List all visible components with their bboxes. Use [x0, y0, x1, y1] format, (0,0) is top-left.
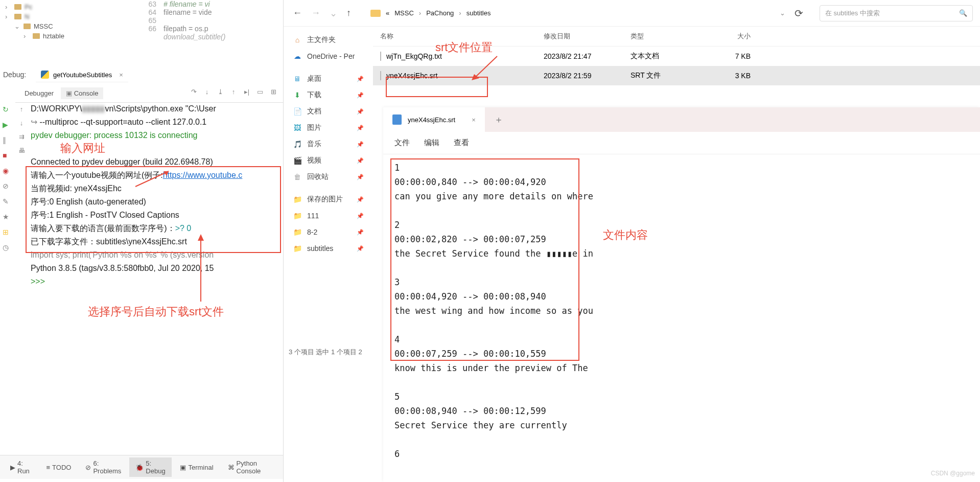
stop-icon[interactable]: ■ [3, 151, 12, 160]
step-into-my-icon[interactable]: ⤓ [215, 88, 226, 99]
resume-icon[interactable]: ▶ [3, 121, 12, 130]
add-tab-icon[interactable]: ＋ [485, 113, 512, 126]
mute-bp-icon[interactable]: ⊘ [3, 182, 12, 191]
tab-todo[interactable]: ≡ TODO [40, 457, 78, 477]
python-icon [41, 71, 49, 79]
tab-terminal[interactable]: ▣ Terminal [174, 457, 219, 477]
sidebar-item-folder[interactable]: 📁保存的图片📌 [284, 191, 373, 208]
sidebar-item-downloads[interactable]: ⬇下载📌 [284, 87, 373, 103]
layout-icon[interactable]: ⊞ [268, 88, 279, 99]
up-icon[interactable]: ↑ [20, 105, 24, 113]
nav-history-icon[interactable]: ⌄ [330, 8, 337, 19]
python-icon[interactable]: ⊞ [3, 228, 12, 237]
sidebar-item-documents[interactable]: 📄文档📌 [284, 103, 373, 120]
bottom-toolbar: ▶ 4: Run ≡ TODO ⊘ 6: Problems 🐞 5: Debug… [0, 455, 283, 479]
tree-row[interactable]: ›N [5, 12, 138, 21]
status-bar: 3 个项目 选中 1 个项目 2 [289, 348, 362, 357]
tool-window-tabs: Debugger ▣ Console ↷ ↓ ⤓ ↑ ▸| ▭ ⊞ [15, 84, 283, 103]
folder-icon [370, 10, 381, 17]
notepad-tabs: yneX4ssjEhc.srt × ＋ [383, 107, 980, 132]
menu-edit[interactable]: 编辑 [424, 138, 439, 148]
tree-row-hztable[interactable]: ›hztable [5, 31, 138, 41]
annotation-srt-location: srt文件位置 [435, 40, 493, 55]
menu-view[interactable]: 查看 [454, 138, 469, 148]
arrow-icon [193, 233, 208, 304]
notepad-tab[interactable]: yneX4ssjEhc.srt × [383, 107, 485, 132]
explorer-sidebar: ⌂主文件夹 ☁OneDrive - Per 🖥桌面📌 ⬇下载📌 📄文档📌 🖼图片… [284, 27, 373, 262]
code-editor[interactable]: 63# filename = vi 64filename = vide 65 6… [143, 0, 283, 69]
tab-debugger[interactable]: Debugger [19, 87, 59, 99]
rerun-icon[interactable]: ↻ [3, 105, 12, 114]
filter-icon[interactable]: ⇉ [19, 133, 25, 141]
evaluate-icon[interactable]: ▭ [254, 88, 266, 99]
annotation-file-content: 文件内容 [603, 227, 648, 243]
sidebar-item-folder[interactable]: 📁111📌 [284, 208, 373, 224]
tree-row-mssc[interactable]: ⌄MSSC [5, 21, 138, 31]
file-icon [380, 71, 381, 80]
settings-icon[interactable]: ✎ [3, 197, 12, 206]
notepad-menu: 文件 编辑 查看 [383, 132, 980, 154]
project-tree[interactable]: ›Pc ›N ⌄MSSC ›hztable [0, 0, 143, 69]
run-config-name: getYoutubeSubtitles [53, 71, 112, 79]
nav-back-icon[interactable]: ← [293, 8, 302, 19]
tab-run[interactable]: ▶ 4: Run [4, 457, 38, 477]
sidebar-item-onedrive[interactable]: ☁OneDrive - Per [284, 48, 373, 64]
sidebar-item-music[interactable]: 🎵音乐📌 [284, 136, 373, 152]
step-over-icon[interactable]: ↷ [188, 88, 199, 99]
print-icon[interactable]: 🖶 [18, 147, 25, 154]
sidebar-item-pictures[interactable]: 🖼图片📌 [284, 120, 373, 136]
breadcrumb[interactable]: « MSSC› PaChong› subtitles ⌄ [370, 9, 785, 17]
tab-debug[interactable]: 🐞 5: Debug [129, 457, 172, 477]
view-bp-icon[interactable]: ◉ [3, 167, 12, 176]
annotation-box [390, 158, 579, 361]
tab-console[interactable]: ▣ Console [61, 87, 103, 99]
run-config-tab[interactable]: getYoutubeSubtitles × [36, 67, 128, 82]
annotation-input-url: 输入网址 [60, 141, 105, 156]
refresh-icon[interactable]: ⟳ [785, 7, 812, 19]
arrow-icon [469, 54, 500, 82]
nav-up-icon[interactable]: ↑ [346, 8, 351, 19]
sidebar-item-desktop[interactable]: 🖥桌面📌 [284, 71, 373, 87]
watermark: CSDN @ggome [931, 470, 975, 477]
close-icon[interactable]: × [472, 116, 476, 124]
run-to-cursor-icon[interactable]: ▸| [241, 88, 252, 99]
file-icon [380, 52, 381, 61]
step-out-icon[interactable]: ↑ [228, 88, 239, 99]
svg-marker-3 [198, 234, 204, 241]
svg-line-0 [135, 171, 169, 187]
ide-panel: ›Pc ›N ⌄MSSC ›hztable 63# filename = vi … [0, 0, 284, 482]
search-icon: 🔍 [959, 9, 967, 17]
annotation-select-download: 选择序号后自动下载srt文件 [88, 304, 224, 319]
search-input[interactable]: 在 subtitles 中搜索 🔍 [820, 5, 973, 21]
clock-icon[interactable]: ◷ [3, 243, 12, 253]
sidebar-item-folder[interactable]: 📁8-2📌 [284, 224, 373, 240]
step-into-icon[interactable]: ↓ [201, 88, 213, 99]
notepad-icon [392, 114, 402, 125]
explorer-toolbar: ← → ⌄ ↑ « MSSC› PaChong› subtitles ⌄ ⟳ 在… [284, 0, 980, 27]
tab-problems[interactable]: ⊘ 6: Problems [79, 457, 127, 477]
tree-row[interactable]: ›Pc [5, 2, 138, 12]
down-icon[interactable]: ↓ [20, 119, 24, 127]
sidebar-item-recycle[interactable]: 🗑回收站📌 [284, 169, 373, 185]
nav-forward-icon[interactable]: → [311, 8, 320, 19]
sidebar-item-home[interactable]: ⌂主文件夹 [284, 32, 373, 48]
debug-gutter-2: ↑ ↓ ⇉ 🖶 [14, 102, 29, 154]
pin-icon[interactable]: ★ [3, 213, 12, 222]
sidebar-item-folder[interactable]: 📁subtitles📌 [284, 240, 373, 257]
sidebar-item-videos[interactable]: 🎬视频📌 [284, 152, 373, 169]
menu-file[interactable]: 文件 [394, 138, 410, 148]
svg-line-4 [474, 56, 497, 78]
pause-icon[interactable]: ∥ [3, 136, 12, 145]
debug-gutter-1: ↻ ▶ ∥ ■ ◉ ⊘ ✎ ★ ⊞ ◷ [0, 102, 14, 253]
debug-label: Debug: [3, 71, 26, 79]
tab-python-console[interactable]: ⌘ Python Console [222, 457, 279, 477]
arrow-icon [133, 169, 174, 189]
close-icon[interactable]: × [119, 71, 123, 79]
